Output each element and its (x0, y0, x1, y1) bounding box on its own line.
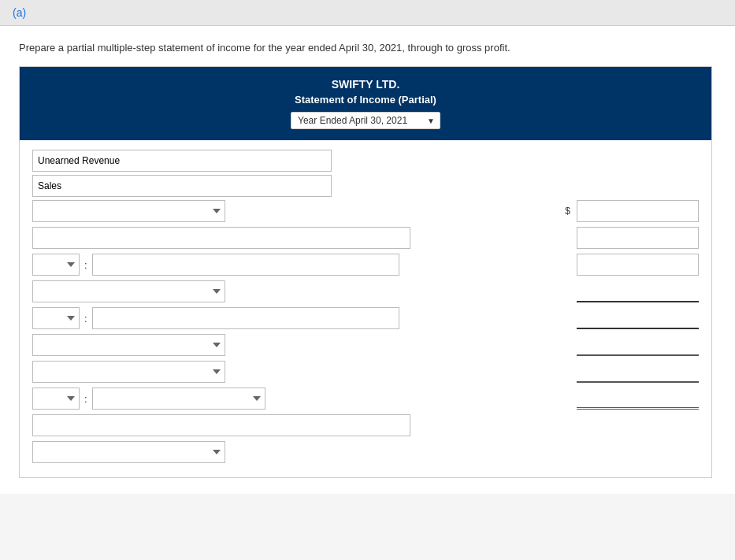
dropdown-3[interactable] (32, 280, 225, 302)
row-dropdown-midamount-underline (32, 280, 699, 302)
top-bar: (a) (0, 0, 735, 26)
text-field-4[interactable] (32, 414, 410, 436)
date-select-wrapper[interactable]: Year Ended April 30, 2021 ▼ (291, 112, 440, 129)
dropdown-6[interactable] (32, 361, 225, 383)
dropdown-1[interactable] (32, 200, 225, 222)
row-text-full (32, 414, 699, 436)
sales-row (32, 175, 699, 197)
statement-header: SWIFTY LTD. Statement of Income (Partial… (20, 67, 711, 140)
dropdown-2[interactable] (32, 254, 80, 276)
main-content: Prepare a partial multiple-step statemen… (0, 26, 735, 494)
right-amount-3[interactable] (577, 388, 699, 410)
row-dropdown-right-1 (32, 334, 699, 356)
date-select[interactable]: Year Ended April 30, 2021 (291, 113, 427, 128)
form-body: $ : (20, 140, 711, 477)
company-name: SWIFTY LTD. (28, 78, 703, 91)
right-amount-2[interactable] (577, 361, 699, 383)
row-select-colon-select: : (32, 388, 699, 410)
colon-1: : (84, 259, 87, 271)
row-dropdown-amount: $ (32, 200, 699, 222)
dollar-sign-1: $ (565, 206, 570, 217)
statement-title: Statement of Income (Partial) (28, 94, 703, 106)
text-field-1[interactable] (32, 227, 410, 249)
text-field-3[interactable] (92, 307, 399, 329)
dropdown-7[interactable] (32, 388, 80, 410)
statement-container: SWIFTY LTD. Statement of Income (Partial… (19, 66, 712, 478)
row-dropdown-right-2 (32, 361, 699, 383)
row-select-colon-text: : (32, 254, 699, 276)
row-select-colon-text-2: : (32, 307, 699, 329)
colon-2: : (84, 313, 87, 325)
dropdown-8[interactable] (92, 388, 265, 410)
right-amount-1[interactable] (577, 334, 699, 356)
chevron-down-icon: ▼ (427, 117, 440, 125)
unearned-revenue-field[interactable] (32, 150, 332, 172)
mid-amount-4[interactable] (577, 307, 699, 329)
unearned-revenue-row (32, 150, 699, 172)
mid-amount-2[interactable] (577, 254, 699, 276)
row-text-midamount (32, 227, 699, 249)
mid-amount-3[interactable] (577, 280, 699, 302)
mid-amount-1[interactable] (577, 227, 699, 249)
row-dropdown-only (32, 441, 699, 463)
colon-3: : (84, 393, 87, 405)
section-label: (a) (13, 6, 26, 19)
dropdown-9[interactable] (32, 441, 225, 463)
text-field-2[interactable] (92, 254, 399, 276)
dropdown-4[interactable] (32, 307, 80, 329)
instruction-text: Prepare a partial multiple-step statemen… (19, 42, 716, 54)
sales-field[interactable] (32, 175, 332, 197)
amount-field-1[interactable] (577, 200, 699, 222)
dropdown-5[interactable] (32, 334, 225, 356)
